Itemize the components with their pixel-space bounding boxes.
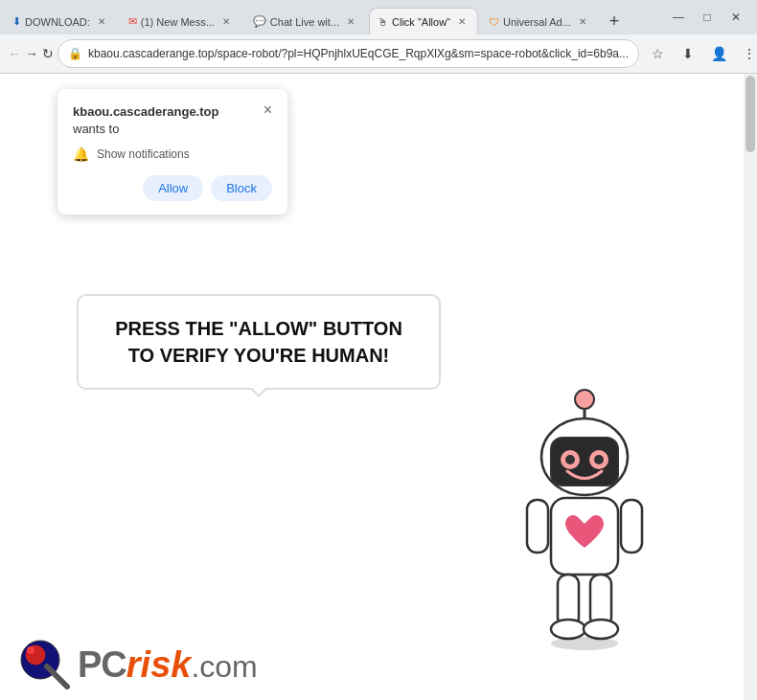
browser-window: ⬇ DOWNLOAD: ✕ ✉ (1) New Mess... ✕ 💬 Chat… [0, 0, 757, 700]
notification-popup: kbaou.cascaderange.top wants to × 🔔 Show… [57, 89, 287, 215]
tab-close-chat[interactable]: ✕ [343, 14, 358, 30]
bell-icon: 🔔 [73, 147, 89, 162]
address-lock-icon: 🔒 [68, 47, 82, 60]
notification-site-name: kbaou.cascaderange.top [73, 104, 218, 119]
speech-bubble: PRESS THE "ALLOW" BUTTON TO VERIFY YOU'R… [77, 294, 441, 390]
allow-button[interactable]: Allow [143, 175, 203, 201]
tab-close-universal[interactable]: ✕ [575, 14, 590, 30]
tab-universal[interactable]: 🛡 Universal Ad... ✕ [480, 8, 599, 34]
window-controls: — □ ✕ [665, 4, 753, 31]
forward-button[interactable]: → [25, 39, 38, 68]
tab-favicon-chat: 💬 [253, 15, 266, 28]
bookmark-button[interactable]: ☆ [643, 39, 672, 68]
tab-close-download[interactable]: ✕ [94, 14, 109, 30]
svg-point-7 [594, 455, 604, 464]
page-content: kbaou.cascaderange.top wants to × 🔔 Show… [0, 74, 757, 700]
pcrisk-risk-text: risk [126, 644, 192, 685]
tab-title-gmail: (1) New Mess... [141, 16, 215, 28]
svg-point-6 [565, 455, 575, 464]
block-button[interactable]: Block [211, 175, 272, 201]
speech-bubble-text: PRESS THE "ALLOW" BUTTON TO VERIFY YOU'R… [115, 318, 402, 366]
close-button[interactable]: ✕ [723, 4, 749, 31]
tab-favicon-download: ⬇ [12, 15, 21, 28]
pcrisk-icon [19, 639, 72, 691]
tabs-area: ⬇ DOWNLOAD: ✕ ✉ (1) New Mess... ✕ 💬 Chat… [4, 0, 663, 34]
tab-chat[interactable]: 💬 Chat Live wit... ✕ [244, 8, 367, 34]
tab-favicon-gmail: ✉ [128, 15, 137, 28]
svg-point-14 [584, 620, 618, 639]
tab-favicon-universal: 🛡 [489, 16, 499, 28]
back-button[interactable]: ← [8, 39, 21, 68]
svg-point-15 [551, 637, 618, 650]
robot-illustration [489, 375, 680, 644]
pcrisk-logo: PCrisk.com [19, 639, 258, 691]
notification-bell-row: 🔔 Show notifications [73, 147, 272, 162]
download-button[interactable]: ⬇ [674, 39, 702, 68]
svg-point-18 [27, 646, 34, 654]
svg-rect-10 [621, 500, 642, 553]
scrollbar-thumb[interactable] [746, 76, 755, 152]
notification-wants-to: wants to [73, 122, 119, 136]
tab-title-download: DOWNLOAD: [25, 16, 90, 28]
svg-point-13 [551, 620, 585, 639]
notification-buttons: Allow Block [73, 175, 272, 201]
notification-popup-header: kbaou.cascaderange.top wants to × [73, 102, 272, 137]
tab-close-allow[interactable]: ✕ [454, 14, 470, 30]
new-tab-button[interactable]: + [601, 8, 628, 34]
reload-button[interactable]: ↻ [42, 39, 54, 68]
tab-favicon-allow: 🖱 [378, 16, 388, 28]
scrollbar[interactable] [744, 74, 757, 700]
tab-gmail[interactable]: ✉ (1) New Mess... ✕ [120, 8, 242, 34]
main-page-area: kbaou.cascaderange.top wants to × 🔔 Show… [0, 74, 757, 700]
pcrisk-pc-text: PC [78, 644, 126, 685]
notification-bell-text: Show notifications [97, 147, 190, 161]
tab-title-universal: Universal Ad... [503, 16, 571, 28]
profile-button[interactable]: 👤 [704, 39, 733, 68]
tab-title-chat: Chat Live wit... [270, 16, 339, 28]
address-bar-row: ← → ↻ 🔒 kbaou.cascaderange.top/space-rob… [0, 34, 757, 73]
address-url: kbaou.cascaderange.top/space-robot/?pl=H… [88, 47, 629, 60]
tab-allow[interactable]: 🖱 Click "Allow" ✕ [369, 8, 478, 34]
tab-title-allow: Click "Allow" [392, 16, 450, 28]
notification-close-button[interactable]: × [264, 102, 272, 118]
svg-rect-9 [527, 500, 548, 553]
pcrisk-com-text: .com [191, 649, 257, 684]
address-bar[interactable]: 🔒 kbaou.cascaderange.top/space-robot/?pl… [57, 39, 639, 68]
menu-button[interactable]: ⋮ [735, 39, 757, 68]
svg-point-1 [575, 390, 594, 409]
maximize-button[interactable]: □ [694, 4, 721, 31]
pcrisk-wordmark: PCrisk.com [78, 644, 258, 686]
notification-text: kbaou.cascaderange.top wants to [73, 102, 218, 137]
tab-download[interactable]: ⬇ DOWNLOAD: ✕ [4, 8, 118, 34]
tab-bar: ⬇ DOWNLOAD: ✕ ✉ (1) New Mess... ✕ 💬 Chat… [0, 0, 757, 34]
browser-chrome: ⬇ DOWNLOAD: ✕ ✉ (1) New Mess... ✕ 💬 Chat… [0, 0, 757, 74]
address-right-buttons: ☆ ⬇ 👤 ⋮ [643, 39, 757, 68]
robot-svg [489, 375, 680, 663]
minimize-button[interactable]: — [665, 4, 692, 31]
tab-close-gmail[interactable]: ✕ [218, 14, 234, 30]
